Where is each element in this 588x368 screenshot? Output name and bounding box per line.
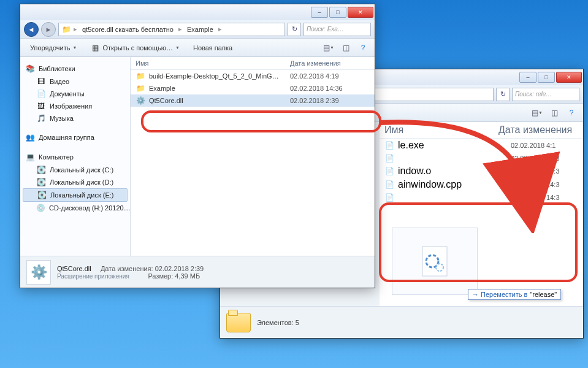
- sidebar-item-drive-c[interactable]: 💽Локальный диск (C:): [23, 164, 128, 176]
- breadcrumb[interactable]: 📁▸ qt5core.dll скачать бесплатно▸ Exampl…: [58, 23, 285, 36]
- column-header-modified[interactable]: Дата изменения: [498, 125, 578, 136]
- svg-rect-0: [422, 247, 447, 276]
- list-item[interactable]: 📄ainwindow.cpp02.02.2018 14:3: [380, 178, 583, 191]
- sidebar-item-pictures[interactable]: 🖼Изображения: [23, 100, 128, 112]
- sidebar-item-cd-drive[interactable]: 💿CD-дисковод (H:) 20120…: [23, 202, 128, 214]
- open-with-button[interactable]: ▦Открыть с помощью… ▼: [85, 41, 185, 55]
- organize-button[interactable]: Упорядочить ▼: [25, 42, 82, 53]
- drag-tooltip: → Переместить в "release": [468, 289, 561, 300]
- file-icon: 📄: [384, 153, 394, 163]
- computer-icon: 💻: [25, 152, 35, 162]
- close-button[interactable]: ✕: [348, 7, 373, 18]
- documents-icon: 📄: [36, 89, 46, 99]
- drag-preview: [392, 228, 478, 295]
- music-icon: 🎵: [36, 113, 46, 123]
- list-item[interactable]: 📁Example 02.02.2018 14:36: [131, 82, 375, 94]
- pictures-icon: 🖼: [36, 101, 46, 111]
- column-header-modified[interactable]: Дата изменения: [290, 59, 370, 67]
- libraries-icon: 📚: [25, 64, 35, 74]
- homegroup-icon: 👥: [25, 132, 35, 142]
- status-size-value: 4,39 МБ: [175, 272, 200, 280]
- search-input[interactable]: Поиск: rele…: [512, 88, 579, 101]
- nav-back-button[interactable]: ◄: [24, 22, 39, 37]
- list-item[interactable]: 📁build-Example-Desktop_Qt_5_2_0_MinG… 02…: [131, 70, 375, 82]
- sidebar-libraries[interactable]: 📚Библиотеки: [23, 62, 128, 75]
- list-item[interactable]: 📄indow.o02.02.2018 14:3: [380, 164, 583, 178]
- status-modified-value: 02.02.2018 2:39: [155, 265, 204, 272]
- status-count-label: Элементов:: [257, 319, 294, 326]
- status-subtitle: Расширение приложения: [57, 273, 129, 280]
- drive-icon: 💽: [37, 190, 47, 200]
- folder-icon: 📁: [136, 83, 145, 93]
- breadcrumb-part[interactable]: qt5core.dll скачать бесплатно: [80, 26, 176, 33]
- status-count-value: 5: [296, 319, 299, 326]
- cd-icon: 💿: [36, 203, 45, 213]
- sidebar-computer[interactable]: 💻Компьютер: [23, 150, 128, 164]
- list-item[interactable]: 📄le.exe02.02.2018 4:1: [380, 139, 583, 152]
- status-size-label: Размер:: [148, 272, 173, 280]
- file-icon: 📄: [384, 193, 394, 202]
- preview-pane-icon[interactable]: ◫: [339, 42, 353, 54]
- folder-icon: 📁: [136, 71, 145, 81]
- column-header-name[interactable]: Имя: [136, 59, 290, 67]
- sidebar-item-drive-e[interactable]: 💽Локальный диск (E:): [23, 188, 128, 202]
- help-icon[interactable]: ?: [565, 107, 578, 119]
- nav-forward-button[interactable]: ►: [41, 22, 56, 37]
- sidebar-homegroup[interactable]: 👥Домашняя группа: [23, 131, 128, 144]
- list-item[interactable]: 📄02.02.2018 14:3: [380, 152, 583, 164]
- sidebar-item-video[interactable]: 🎞Видео: [23, 75, 128, 88]
- help-icon[interactable]: ?: [356, 42, 370, 54]
- minimize-button[interactable]: –: [519, 72, 536, 83]
- status-modified-label: Дата изменения:: [101, 265, 153, 272]
- refresh-button[interactable]: ↻: [496, 88, 510, 101]
- maximize-button[interactable]: □: [538, 72, 555, 83]
- column-header-name[interactable]: Имя: [384, 125, 498, 136]
- new-folder-button[interactable]: Новая папка: [188, 42, 237, 53]
- sidebar-item-documents[interactable]: 📄Документы: [23, 88, 128, 100]
- view-options-icon[interactable]: ▤ ▼: [530, 107, 544, 119]
- maximize-button[interactable]: □: [329, 7, 346, 18]
- minimize-button[interactable]: –: [311, 7, 328, 18]
- refresh-button[interactable]: ↻: [288, 23, 301, 36]
- dll-icon: ⚙️: [136, 96, 145, 105]
- file-icon: 📄: [384, 166, 394, 176]
- drive-icon: 💽: [36, 165, 46, 175]
- sidebar-item-drive-d[interactable]: 💽Локальный диск (D:): [23, 176, 128, 188]
- preview-pane-icon[interactable]: ◫: [548, 107, 561, 119]
- breadcrumb-part[interactable]: Example: [185, 26, 216, 33]
- list-item[interactable]: ⚙️Qt5Core.dll 02.02.2018 2:39: [131, 94, 375, 107]
- file-type-icon: ⚙️: [26, 260, 51, 285]
- file-icon: 📄: [384, 180, 394, 190]
- file-icon: 📄: [384, 140, 394, 150]
- sidebar-item-music[interactable]: 🎵Музыка: [23, 112, 128, 125]
- list-item[interactable]: 📄02.02.2018 14:3: [380, 191, 583, 204]
- close-button[interactable]: ✕: [556, 72, 582, 83]
- video-icon: 🎞: [36, 77, 46, 86]
- drive-icon: 💽: [36, 177, 46, 187]
- folder-icon: [226, 313, 251, 332]
- view-options-icon[interactable]: ▤ ▼: [322, 42, 335, 54]
- folder-icon: 📁: [61, 25, 71, 34]
- status-filename: Qt5Core.dll: [57, 265, 91, 272]
- search-input[interactable]: Поиск: Exa…: [304, 23, 371, 36]
- open-with-icon: ▦: [90, 43, 100, 53]
